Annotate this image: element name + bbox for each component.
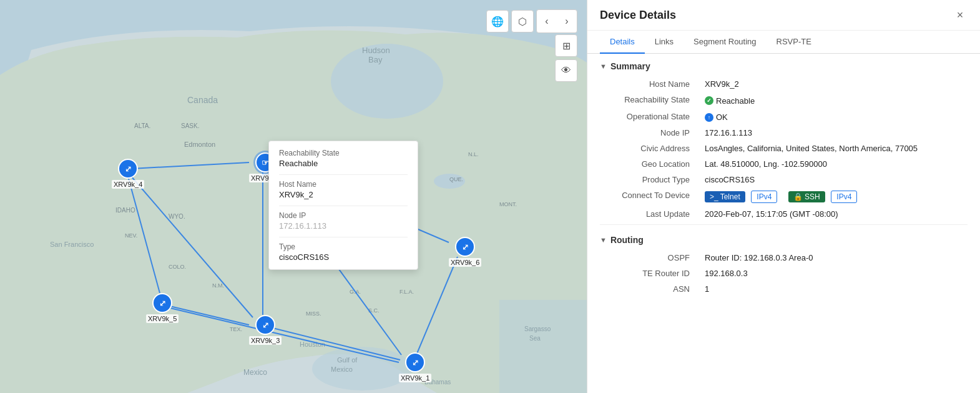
svg-text:Mexico: Mexico [331, 366, 353, 373]
svg-text:QUE.: QUE. [449, 176, 463, 182]
node-xrv9k4[interactable]: ⤢ XRV9k_4 [112, 159, 144, 189]
tooltip-hostname-label: Host Name [279, 180, 408, 189]
tooltip-reachability-label: Reachability State [279, 149, 408, 157]
svg-text:N.L.: N.L. [468, 151, 479, 157]
svg-rect-4 [499, 300, 587, 393]
ssh-icon: 🔒 [793, 192, 803, 201]
routing-section-label: Routing [610, 235, 644, 245]
tooltip-nodeip-value: 172.16.1.113 [279, 221, 408, 231]
connect-label: Connect To Device [600, 187, 700, 206]
geo-row: Geo Location Lat. 48.510000, Lng. -102.5… [600, 156, 968, 172]
summary-section-header[interactable]: ▼ Summary [600, 54, 968, 76]
svg-text:Bay: Bay [368, 55, 383, 64]
summary-table: Host Name XRV9k_2 Reachability State ✓ R… [600, 76, 968, 222]
operational-text: OK [716, 112, 728, 122]
node-xrv9k5[interactable]: ⤢ XRV9k_5 [146, 293, 179, 323]
node-circle-xrv9k3: ⤢ [255, 315, 275, 335]
node-xrv9k1[interactable]: ⤢ XRV9k_1 [399, 352, 431, 382]
operational-row: Operational State ↑ OK [600, 109, 968, 126]
globe-button[interactable]: 🌐 [486, 10, 509, 32]
svg-text:ALTA.: ALTA. [134, 122, 150, 129]
connect-row: Connect To Device >_ Telnet IPv4 🔒 SSH I… [600, 187, 968, 206]
layers-button[interactable]: ⊞ [555, 34, 577, 57]
tooltip-hostname-row: Host Name XRV9k_2 [279, 180, 408, 199]
svg-text:Edmonton: Edmonton [184, 141, 215, 148]
summary-chevron-icon: ▼ [600, 62, 607, 70]
svg-text:Sea: Sea [529, 335, 541, 342]
svg-text:SASK.: SASK. [181, 122, 199, 129]
tab-rsvp-te[interactable]: RSVP-TE [767, 31, 821, 54]
operational-dot: ↑ [705, 113, 713, 122]
reachability-text: Reachable [716, 96, 755, 106]
eye-button[interactable]: 👁 [555, 59, 577, 82]
summary-section-label: Summary [610, 61, 650, 71]
asn-value: 1 [700, 281, 968, 297]
nav-buttons: ‹ › [536, 9, 577, 33]
ospf-label: OSPF [600, 250, 700, 266]
node-label-xrv9k3: XRV9k_3 [249, 336, 282, 345]
node-label-xrv9k1: XRV9k_1 [399, 374, 431, 382]
svg-text:Sargasso: Sargasso [524, 326, 551, 332]
svg-text:MONT.: MONT. [499, 201, 517, 207]
reachability-label: Reachability State [600, 92, 700, 109]
tooltip-hostname-value: XRV9k_2 [279, 190, 408, 199]
routing-section-header[interactable]: ▼ Routing [600, 227, 968, 250]
map-side-buttons: ⊞ 👁 [555, 34, 577, 82]
tab-links[interactable]: Links [645, 31, 684, 54]
product-label: Product Type [600, 172, 700, 187]
telnet-label: Telnet [720, 192, 740, 201]
nav-forward-button[interactable]: › [557, 10, 577, 32]
lastupdate-value: 2020-Feb-07, 15:17:05 (GMT -08:00) [700, 206, 968, 222]
svg-text:MISS.: MISS. [306, 311, 321, 317]
connect-value: >_ Telnet IPv4 🔒 SSH IPv4 [700, 187, 968, 206]
telnet-button[interactable]: >_ Telnet [705, 191, 745, 202]
ospf-row: OSPF Router ID: 192.168.0.3 Area-0 [600, 250, 968, 266]
operational-value: ↑ OK [700, 109, 968, 126]
svg-text:Canada: Canada [187, 95, 218, 105]
routing-chevron-icon: ▼ [600, 236, 607, 244]
tooltip-type-row: Type ciscoCRS16S [279, 242, 408, 262]
node-circle-xrv9k6: ⤢ [455, 237, 475, 257]
panel-content: ▼ Summary Host Name XRV9k_2 Reachability… [587, 54, 980, 393]
tab-details[interactable]: Details [600, 31, 645, 54]
svg-text:San Francisco: San Francisco [50, 241, 94, 248]
node-xrv9k6[interactable]: ⤢ XRV9k_6 [449, 237, 481, 267]
node-tooltip: Reachability State Reachable Host Name X… [268, 141, 418, 270]
node-xrv9k3[interactable]: ⤢ XRV9k_3 [249, 315, 282, 345]
svg-text:Hudson: Hudson [362, 46, 390, 55]
ssh-ipv4-button[interactable]: IPv4 [831, 191, 857, 203]
reachability-dot: ✓ [705, 96, 713, 105]
close-button[interactable]: × [953, 7, 968, 22]
reachability-row: Reachability State ✓ Reachable [600, 92, 968, 109]
ssh-button[interactable]: 🔒 SSH [788, 191, 825, 202]
te-router-label: TE Router ID [600, 266, 700, 281]
topology-button[interactable]: ⬡ [511, 10, 534, 32]
svg-text:WYO.: WYO. [169, 213, 185, 220]
lastupdate-row: Last Update 2020-Feb-07, 15:17:05 (GMT -… [600, 206, 968, 222]
panel-tabs: Details Links Segment Routing RSVP-TE [587, 31, 980, 54]
node-label-xrv9k5: XRV9k_5 [146, 314, 179, 323]
nav-back-button[interactable]: ‹ [537, 10, 557, 32]
reachability-badge: ✓ Reachable [705, 96, 755, 106]
telnet-ipv4-button[interactable]: IPv4 [751, 191, 777, 203]
panel-title: Device Details [600, 9, 676, 22]
telnet-icon: >_ [710, 192, 718, 201]
tooltip-reachability-value: Reachable [279, 159, 408, 168]
tab-segment-routing[interactable]: Segment Routing [684, 31, 766, 54]
node-circle-xrv9k4: ⤢ [118, 159, 138, 179]
geo-label: Geo Location [600, 156, 700, 172]
svg-text:Gulf of: Gulf of [337, 356, 358, 364]
tooltip-nodeip-label: Node IP [279, 211, 408, 220]
hostname-label: Host Name [600, 76, 700, 92]
node-circle-xrv9k5: ⤢ [152, 293, 172, 313]
operational-badge: ↑ OK [705, 112, 728, 122]
tooltip-type-label: Type [279, 242, 408, 251]
detail-panel: Device Details × Details Links Segment R… [587, 0, 980, 393]
routing-table: OSPF Router ID: 192.168.0.3 Area-0 TE Ro… [600, 250, 968, 297]
nodeip-row: Node IP 172.16.1.113 [600, 125, 968, 141]
hostname-row: Host Name XRV9k_2 [600, 76, 968, 92]
civic-label: Civic Address [600, 141, 700, 156]
ssh-ipv4-label: IPv4 [836, 192, 851, 201]
asn-row: ASN 1 [600, 281, 968, 297]
te-router-row: TE Router ID 192.168.0.3 [600, 266, 968, 281]
